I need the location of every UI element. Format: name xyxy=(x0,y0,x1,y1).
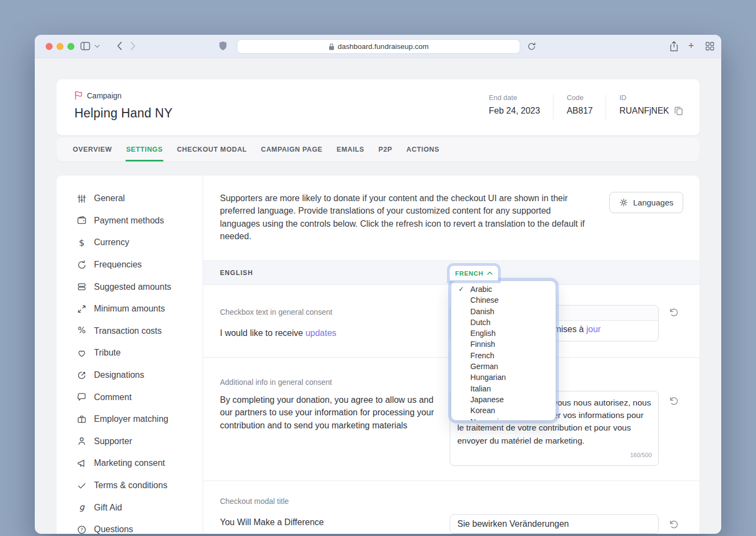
new-tab-icon[interactable]: + xyxy=(688,40,694,51)
tab-overview-icon[interactable] xyxy=(705,42,714,51)
desktop: dashboard.fundraiseup.com + Campaign xyxy=(0,0,756,536)
campaign-eyebrow: Campaign xyxy=(87,91,122,100)
sidebar-toggle-icon[interactable] xyxy=(80,42,90,51)
copy-icon[interactable] xyxy=(674,106,683,116)
menu-item-german[interactable]: German xyxy=(451,361,556,372)
campaign-tabbar: OVERVIEW SETTINGS CHECKOUT MODAL CAMPAIG… xyxy=(56,138,700,161)
code-label: Code xyxy=(566,94,593,102)
menu-item-japanese[interactable]: Japanese xyxy=(451,394,556,405)
menu-item-french[interactable]: French xyxy=(451,350,556,361)
flag-icon xyxy=(74,91,83,100)
svg-text:g: g xyxy=(79,502,85,512)
dollar-icon: $ xyxy=(77,238,87,248)
target-language-select[interactable]: FRENCH xyxy=(450,266,498,281)
menu-item-chinese[interactable]: Chinese xyxy=(451,295,556,306)
gift-aid-icon: g xyxy=(77,502,87,513)
translation-input[interactable] xyxy=(450,514,659,534)
page-title: Helping Hand NY xyxy=(74,106,173,121)
menu-item-norwegian[interactable]: Norwegian xyxy=(451,416,556,421)
tab-checkout-modal[interactable]: CHECKOUT MODAL xyxy=(177,138,248,161)
share-icon[interactable] xyxy=(670,41,678,52)
close-window-icon[interactable] xyxy=(46,43,53,50)
menu-item-dutch[interactable]: Dutch xyxy=(451,317,556,328)
campaign-meta: End date Feb 24, 2023 Code AB817 ID RUAN… xyxy=(476,94,683,120)
gear-icon xyxy=(619,198,628,207)
megaphone-icon xyxy=(77,458,87,469)
target-arrow-icon xyxy=(77,370,87,381)
sidebar-item-questions[interactable]: ? Questions xyxy=(56,519,203,534)
question-circle-icon: ? xyxy=(77,525,87,534)
field-label: Checkout modal title xyxy=(220,497,289,506)
menu-item-hungarian[interactable]: Hungarian xyxy=(451,372,556,383)
end-date-value: Feb 24, 2023 xyxy=(489,106,540,116)
sidebar-item-frequencies[interactable]: Frequencies xyxy=(56,254,203,276)
updates-link[interactable]: updates xyxy=(305,328,336,338)
url-text: dashboard.fundraiseup.com xyxy=(338,42,429,51)
tab-settings[interactable]: SETTINGS xyxy=(125,138,163,161)
campaign-header-card: Campaign Helping Hand NY End date Feb 24… xyxy=(56,79,700,135)
revert-translation-icon[interactable] xyxy=(668,307,679,318)
sidebar-item-employer-matching[interactable]: Employer matching xyxy=(56,408,203,431)
traffic-lights xyxy=(46,43,74,50)
field-label: Additional info in general consent xyxy=(220,378,332,387)
forward-icon[interactable] xyxy=(130,41,136,51)
privacy-shield-icon[interactable] xyxy=(219,41,227,52)
sidebar-item-marketing-consent[interactable]: Marketing consent xyxy=(56,452,203,475)
lock-icon xyxy=(329,43,335,51)
sidebar-item-currency[interactable]: $ Currency xyxy=(56,232,203,254)
percent-icon: % xyxy=(77,326,87,336)
wallet-icon xyxy=(77,215,87,226)
sidebar-item-payment-methods[interactable]: Payment methods xyxy=(56,210,203,232)
sidebar-item-terms-conditions[interactable]: Terms & conditions xyxy=(56,475,203,497)
tab-campaign-page[interactable]: CAMPAIGN PAGE xyxy=(261,138,323,161)
tab-emails[interactable]: EMAILS xyxy=(336,138,365,161)
tab-p2p[interactable]: P2P xyxy=(378,138,393,161)
minimize-window-icon[interactable] xyxy=(56,43,64,50)
stack-icon xyxy=(77,282,87,292)
sidebar-item-transaction-costs[interactable]: % Transaction costs xyxy=(56,320,203,342)
menu-item-korean[interactable]: Korean xyxy=(451,405,556,416)
reload-icon[interactable] xyxy=(527,41,537,52)
field-row-checkout-modal-title: Checkout modal title You Will Make a Dif… xyxy=(203,481,700,534)
sidebar-item-designations[interactable]: Designations xyxy=(56,364,203,387)
svg-text:$: $ xyxy=(79,238,84,248)
sidebar-item-tribute[interactable]: Tribute xyxy=(56,342,203,364)
address-bar[interactable]: dashboard.fundraiseup.com xyxy=(237,40,520,53)
menu-item-english[interactable]: English xyxy=(451,328,556,339)
id-value: RUANFjNEK xyxy=(619,106,669,116)
sliders-icon xyxy=(77,194,87,204)
browser-window: dashboard.fundraiseup.com + Campaign xyxy=(35,35,721,534)
sidebar-item-gift-aid[interactable]: g Gift Aid xyxy=(56,496,203,519)
menu-item-arabic[interactable]: ✓Arabic xyxy=(451,284,556,295)
chevron-up-icon xyxy=(487,271,493,275)
menu-item-italian[interactable]: Italian xyxy=(451,383,556,394)
resize-arrows-icon xyxy=(77,304,87,314)
field-label: Checkbox text in general consent xyxy=(220,308,332,316)
sidebar-item-general[interactable]: General xyxy=(56,188,203,210)
revert-translation-icon[interactable] xyxy=(668,396,679,407)
source-language-label: ENGLISH xyxy=(220,261,253,284)
svg-text:%: % xyxy=(78,326,85,336)
refresh-icon xyxy=(77,260,87,270)
back-icon[interactable] xyxy=(117,41,122,51)
languages-button[interactable]: Languages xyxy=(609,192,683,213)
revert-translation-icon[interactable] xyxy=(668,519,679,530)
checkmark-icon xyxy=(77,481,87,491)
language-dropdown-menu: ✓Arabic Chinese Danish Dutch English Fin… xyxy=(451,281,556,421)
heart-icon xyxy=(77,348,87,358)
zoom-window-icon[interactable] xyxy=(67,43,74,50)
sidebar-item-comment[interactable]: Comment xyxy=(56,386,203,408)
tab-overview[interactable]: OVERVIEW xyxy=(72,138,112,161)
menu-item-danish[interactable]: Danish xyxy=(451,306,556,317)
menu-item-finnish[interactable]: Finnish xyxy=(451,339,556,350)
sidebar-chevron-down-icon[interactable] xyxy=(94,45,100,48)
sidebar-item-minimum-amounts[interactable]: Minimum amounts xyxy=(56,298,203,320)
code-value: AB817 xyxy=(566,106,593,116)
source-value: You Will Make a Difference xyxy=(220,516,324,528)
sidebar-item-suggested-amounts[interactable]: Suggested amounts xyxy=(56,276,203,298)
tab-actions[interactable]: ACTIONS xyxy=(406,138,440,161)
sidebar-item-supporter[interactable]: Supporter xyxy=(56,431,203,453)
settings-card: General Payment methods $ Currency Frequ… xyxy=(56,176,700,534)
jour-link[interactable]: jour xyxy=(586,325,601,334)
source-value: I would like to receive updates xyxy=(220,327,336,339)
